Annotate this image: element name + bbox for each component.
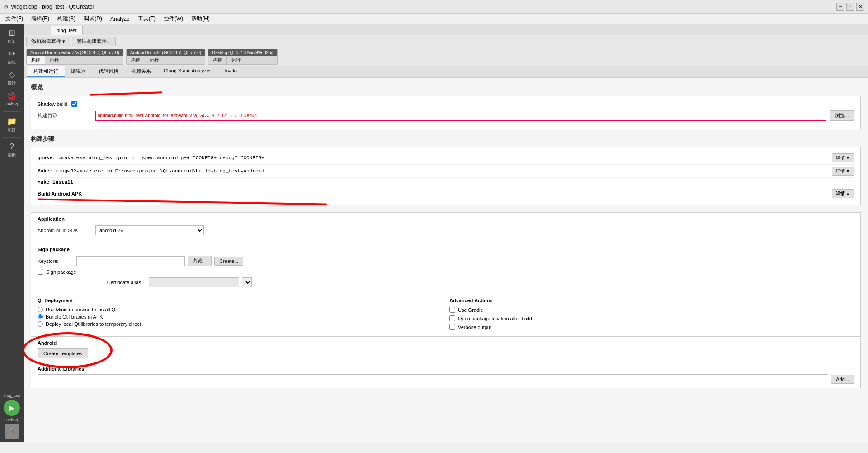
menu-build[interactable]: 构建(B) xyxy=(54,14,79,24)
build-kit-armeabi-tab-build[interactable]: 构建 xyxy=(27,56,45,64)
build-dir-label: 构建目录: xyxy=(38,112,92,119)
step-make-details[interactable]: 详情 ▼ xyxy=(832,167,854,176)
add-kit-button[interactable]: 添加构建套件 ▾ xyxy=(26,37,70,46)
sidebar: ⊞ 欢迎 ✏ 编辑 ◇ 设计 🐞 Debug 📁 项目 ? 帮助 blog_te… xyxy=(0,24,24,442)
tab-todo[interactable]: To-Do xyxy=(217,66,243,77)
advanced-actions-title: Advanced Actions xyxy=(449,298,854,303)
bundle-radio-row: Bundle Qt libraries in APK xyxy=(38,314,442,319)
sidebar-divider2 xyxy=(3,137,21,138)
edit-icon: ✏ xyxy=(9,49,15,59)
run-button[interactable]: ▶ xyxy=(4,400,20,416)
welcome-icon: ⊞ xyxy=(9,28,15,38)
main-layout: ⊞ 欢迎 ✏ 编辑 ◇ 设计 🐞 Debug 📁 项目 ? 帮助 blog_te… xyxy=(0,24,868,442)
verbose-output-checkbox[interactable] xyxy=(449,324,455,330)
step-qmake-details[interactable]: 详情 ▼ xyxy=(832,153,854,162)
sidebar-label-project: 项目 xyxy=(8,127,16,133)
verbose-output-label: Verbose output xyxy=(458,324,491,330)
use-gradle-checkbox[interactable] xyxy=(449,307,455,313)
tab-dependencies[interactable]: 依赖关系 xyxy=(125,66,157,77)
step-apk-details[interactable]: 详情 ▲ xyxy=(832,189,854,198)
menu-controls[interactable]: 控件(W) xyxy=(160,14,187,24)
deploy-local-radio[interactable] xyxy=(38,321,43,327)
window-title: widget.cpp - blog_test - Qt Creator xyxy=(11,4,94,10)
sidebar-item-design[interactable]: ◇ 设计 xyxy=(2,68,22,88)
step-make-text: Make: mingw32-make.exe in E:\user\projec… xyxy=(38,168,832,174)
build-tabs-row: Android for armeabi-v7a (GCC 4.7, Qt 5.7… xyxy=(24,48,868,66)
add-library-button[interactable]: Add... xyxy=(831,375,854,384)
open-package-row: Open package location after build xyxy=(449,315,854,321)
build-kit-x86-tab-build[interactable]: 构建 xyxy=(127,56,145,64)
step-make-details-label: 详情 xyxy=(836,168,845,174)
restore-button[interactable]: ▫ xyxy=(846,3,854,11)
application-section: Application Android build SDK: android-2… xyxy=(31,212,861,243)
step-make-prefix: Make: xyxy=(38,168,52,174)
window-controls[interactable]: ─ ▫ ✕ xyxy=(836,3,864,11)
title-bar: ⚙ widget.cpp - blog_test - Qt Creator ─ … xyxy=(0,0,868,14)
bundle-radio[interactable] xyxy=(38,314,43,319)
build-button[interactable]: 🔨 xyxy=(5,424,19,439)
step-apk-container: Build Android APK 详情 ▲ xyxy=(38,187,854,200)
keystore-input[interactable] xyxy=(76,256,185,266)
tab-code-style[interactable]: 代码风格 xyxy=(92,66,125,77)
menu-analyze[interactable]: Analyze xyxy=(107,15,133,23)
build-kit-armeabi-tab-run[interactable]: 运行 xyxy=(45,56,63,64)
build-steps-panel: qmake: qmake.exe blog_test.pro -r -spec … xyxy=(31,147,861,205)
ministro-label: Use Ministro service to install Qt xyxy=(46,307,117,312)
library-row: Add... xyxy=(38,374,854,384)
cert-alias-row: Certificate alias: xyxy=(38,277,854,287)
create-keystore-button[interactable]: Create... xyxy=(214,257,243,266)
shadow-build-checkbox[interactable] xyxy=(71,101,77,107)
step-make-install-prefix: Make install xyxy=(38,180,73,185)
project-tab-blog-test[interactable]: blog_test xyxy=(51,26,83,35)
build-kit-desktop-tab-build[interactable]: 构建 xyxy=(208,56,227,64)
content-area: blog_test 添加构建套件 ▾ 管理构建套件... Android for… xyxy=(24,24,868,442)
browse-dir-button[interactable]: 浏览... xyxy=(830,110,854,121)
debug-icon: 🐞 xyxy=(7,91,17,101)
menu-tools[interactable]: 工具(T) xyxy=(134,14,159,24)
sidebar-item-project[interactable]: 📁 项目 xyxy=(2,114,22,134)
application-title: Application xyxy=(38,216,854,222)
menu-edit[interactable]: 编辑(E) xyxy=(28,14,53,24)
menu-file[interactable]: 文件(F) xyxy=(2,14,27,24)
browse-keystore-button[interactable]: 浏览... xyxy=(188,256,212,266)
manage-kit-button[interactable]: 管理构建套件... xyxy=(72,37,116,46)
sidebar-item-edit[interactable]: ✏ 编辑 xyxy=(2,47,22,67)
minimize-button[interactable]: ─ xyxy=(836,3,844,11)
library-input[interactable] xyxy=(38,374,828,384)
step-qmake-prefix: qmake: xyxy=(38,155,56,161)
sdk-row: Android build SDK: android-29 android-28… xyxy=(38,225,854,235)
sign-package-checkbox[interactable] xyxy=(38,269,43,275)
use-gradle-row: Use Gradle xyxy=(449,307,854,313)
tab-clang[interactable]: Clang Static Analyzer xyxy=(157,66,217,77)
sign-package-title: Sign package xyxy=(38,247,854,252)
app-icon: ⚙ xyxy=(4,4,9,10)
menu-help[interactable]: 帮助(H) xyxy=(188,14,213,24)
build-kit-x86-tab-run[interactable]: 运行 xyxy=(145,56,163,64)
tab-build-run[interactable]: 构建和运行 xyxy=(27,66,65,77)
close-button[interactable]: ✕ xyxy=(856,3,864,11)
cert-alias-dropdown[interactable] xyxy=(242,277,252,287)
step-make: Make: mingw32-make.exe in E:\user\projec… xyxy=(38,165,854,178)
build-kit-desktop-header: Desktop Qt 5.7.0 MinGW 32bit xyxy=(208,49,277,56)
sidebar-item-debug[interactable]: 🐞 Debug xyxy=(2,89,22,109)
tab-editor[interactable]: 编辑器 xyxy=(65,66,92,77)
page-title: 概览 xyxy=(31,83,861,91)
ministro-radio[interactable] xyxy=(38,307,43,312)
build-kit-desktop-tab-run[interactable]: 运行 xyxy=(227,56,245,64)
shadow-build-row: Shadow build: xyxy=(38,101,854,107)
android-title: Android xyxy=(38,340,854,346)
build-dir-input[interactable] xyxy=(95,111,826,121)
sidebar-label-welcome: 欢迎 xyxy=(8,39,16,45)
debug-label-bottom: Debug xyxy=(6,418,18,422)
deploy-local-label: Deploy local Qt libraries to temporary d… xyxy=(46,321,141,327)
step-apk-arrow: ▲ xyxy=(846,191,850,196)
sdk-select[interactable]: android-29 android-28 android-27 xyxy=(95,225,204,235)
cert-alias-input[interactable] xyxy=(149,277,239,287)
create-templates-button[interactable]: Create Templates xyxy=(38,348,88,358)
open-package-checkbox[interactable] xyxy=(449,315,455,321)
sidebar-item-welcome[interactable]: ⊞ 欢迎 xyxy=(2,26,22,46)
menu-debug[interactable]: 调试(D) xyxy=(80,14,106,24)
additional-libraries-title: Additional Libraries xyxy=(38,366,854,372)
sidebar-divider xyxy=(3,111,21,112)
sidebar-item-help[interactable]: ? 帮助 xyxy=(2,140,22,160)
